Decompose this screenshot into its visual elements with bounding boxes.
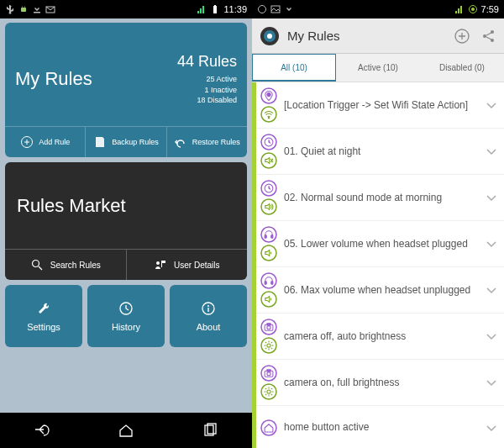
volume-icon [260, 245, 277, 261]
info-icon [200, 300, 217, 317]
card-my-rules: My Rules 44 Rules 25 Active 1 Inactive 1… [5, 23, 247, 157]
signal-icon [454, 4, 465, 14]
nav-home-button[interactable] [109, 418, 143, 443]
history-button[interactable]: History [87, 285, 165, 347]
plus-circle-icon [20, 135, 34, 149]
svg-rect-50 [267, 324, 270, 325]
search-icon [30, 258, 44, 271]
image-icon [270, 4, 281, 14]
chevron-down-icon[interactable] [484, 98, 499, 113]
chevron-down-icon[interactable] [484, 420, 499, 435]
chevron-down-icon[interactable] [484, 144, 499, 159]
user-details-button[interactable]: User Details [126, 250, 248, 280]
statusbar-time: 7:59 [481, 4, 499, 14]
rule-label: home button active [284, 420, 484, 434]
tab-disabled[interactable]: Disabled (0) [420, 54, 504, 82]
signal-icon [197, 4, 207, 14]
battery-icon [210, 4, 220, 14]
rule-label: 05. Lower volume when headset plugged [284, 237, 484, 250]
app-header: My Rules [252, 18, 504, 54]
chevron-down-icon[interactable] [484, 282, 499, 298]
rules-count: 44 Rules [177, 51, 237, 72]
chevron-down-icon[interactable] [484, 236, 499, 251]
brightness-icon [260, 383, 277, 400]
statusbar-left: 11:39 [0, 0, 252, 18]
rule-row[interactable]: 05. Lower volume when headset plugged [252, 221, 504, 267]
rules-inactive-count: 1 Inactive [177, 85, 237, 96]
svg-rect-11 [161, 261, 162, 267]
search-rules-button[interactable]: Search Rules [5, 250, 126, 280]
share-button[interactable] [480, 28, 497, 45]
rule-row[interactable]: camera off, auto brightness [252, 314, 504, 360]
svg-rect-41 [271, 235, 273, 239]
wrench-icon [35, 300, 52, 317]
rule-row[interactable]: 02. Normal sound mode at morning [252, 175, 504, 221]
clock-icon [118, 300, 134, 317]
rule-icons [260, 180, 277, 215]
statusbar-right: 7:59 [252, 0, 504, 18]
rules-list[interactable]: [Location Trigger -> Set Wifi State Acti… [252, 82, 504, 448]
svg-rect-44 [265, 282, 266, 285]
rule-row[interactable]: camera on, full brightness [252, 360, 504, 406]
rule-icons [260, 226, 277, 261]
svg-point-2 [24, 6, 25, 7]
settings-label: Settings [27, 322, 60, 332]
download-icon [32, 4, 42, 14]
svg-point-9 [156, 261, 160, 265]
backup-rules-button[interactable]: Backup Rules [85, 127, 165, 157]
chevron-down-icon[interactable] [484, 190, 499, 205]
rule-icons [260, 365, 277, 400]
about-button[interactable]: About [170, 285, 247, 347]
settings-button[interactable]: Settings [5, 285, 82, 347]
svg-point-1 [22, 6, 23, 7]
home-icon [260, 419, 277, 436]
add-rule-button[interactable]: Add Rule [5, 127, 85, 157]
rule-icons [260, 87, 277, 123]
rule-label: camera on, full brightness [284, 376, 484, 389]
add-button[interactable] [454, 28, 470, 45]
chevron-down-icon[interactable] [484, 329, 499, 344]
header-title: My Rules [287, 29, 340, 43]
clock-icon [260, 134, 277, 150]
sound-icon [260, 198, 277, 215]
brightness-icon [260, 337, 277, 354]
tab-all[interactable]: All (10) [252, 54, 336, 82]
history-label: History [112, 322, 140, 332]
svg-point-21 [471, 8, 475, 11]
rule-row[interactable]: 06. Max volume when headset unplugged [252, 267, 504, 314]
svg-point-32 [268, 118, 269, 119]
headset-icon [260, 226, 277, 243]
rules-market-title: Rules Market [17, 195, 126, 217]
svg-rect-56 [267, 370, 270, 372]
nav-recent-button[interactable] [193, 418, 227, 443]
download-icon [284, 4, 294, 14]
svg-rect-6 [214, 5, 216, 6]
mail-icon [45, 4, 55, 14]
add-rule-label: Add Rule [39, 138, 70, 146]
tab-active[interactable]: Active (10) [336, 54, 420, 82]
chevron-down-icon[interactable] [484, 375, 499, 390]
rule-row[interactable]: 01. Quiet at night [252, 129, 504, 175]
battery-icon [468, 4, 478, 14]
svg-point-14 [207, 305, 209, 307]
android-navbar [0, 413, 252, 448]
svg-point-8 [32, 261, 39, 267]
restore-rules-label: Restore Rules [192, 138, 240, 146]
rule-icons [260, 419, 277, 436]
volume-icon [260, 291, 277, 308]
app-logo-icon [259, 25, 281, 47]
about-label: About [197, 322, 221, 332]
svg-point-49 [267, 326, 270, 329]
nav-back-button[interactable] [25, 418, 59, 443]
svg-rect-15 [207, 308, 208, 312]
camera-icon [260, 365, 277, 382]
tabs: All (10) Active (10) Disabled (0) [252, 54, 504, 82]
rule-icons [260, 319, 277, 354]
rule-label: 02. Normal sound mode at morning [284, 191, 484, 204]
rule-row[interactable]: home button active [252, 406, 504, 448]
rule-label: 06. Max volume when headset unplugged [284, 283, 484, 297]
rule-icons [260, 272, 277, 308]
restore-rules-button[interactable]: Restore Rules [166, 127, 247, 157]
rule-row[interactable]: [Location Trigger -> Set Wifi State Acti… [252, 82, 504, 129]
svg-rect-3 [34, 12, 40, 13]
